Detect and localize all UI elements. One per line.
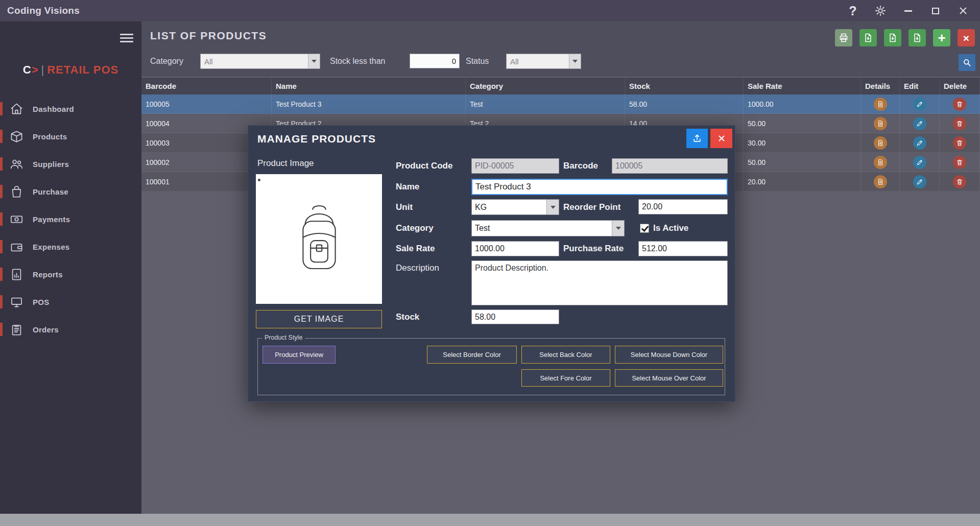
menu-toggle-icon[interactable] <box>120 32 133 44</box>
select-border-color-button[interactable]: Select Border Color <box>427 346 517 364</box>
people-icon <box>10 157 23 171</box>
column-header-details[interactable]: Details <box>861 78 900 94</box>
details-button[interactable] <box>874 117 887 130</box>
sidebar-item-products[interactable]: Products <box>0 123 141 150</box>
report-icon <box>10 268 23 281</box>
select-mouse-over-color-button[interactable]: Select Mouse Over Color <box>615 369 723 387</box>
purchase-rate-input[interactable] <box>638 241 728 256</box>
details-doc-icon <box>877 120 884 127</box>
sidebar-item-label: Expenses <box>33 243 69 251</box>
sidebar: C>|RETAIL POS Dashboard Products Supplie… <box>0 21 141 514</box>
reorder-point-input[interactable] <box>638 199 728 214</box>
delete-button[interactable] <box>953 136 966 150</box>
export-pdf-button[interactable] <box>909 29 926 46</box>
select-back-color-button[interactable]: Select Back Color <box>521 346 610 364</box>
edit-button[interactable] <box>913 175 926 188</box>
select-mouse-down-color-button[interactable]: Select Mouse Down Color <box>615 346 723 364</box>
details-button[interactable] <box>874 98 887 111</box>
edit-button[interactable] <box>913 98 926 111</box>
description-textarea[interactable]: Product Description. <box>471 260 728 305</box>
select-fore-color-button[interactable]: Select Fore Color <box>521 369 610 387</box>
product-style-legend: Product Style <box>262 334 305 341</box>
printer-icon <box>839 33 849 43</box>
close-list-button[interactable]: × <box>958 29 975 46</box>
image-dot <box>258 179 260 181</box>
is-active-label: Is Active <box>653 220 688 236</box>
column-header-name[interactable]: Name <box>272 78 466 94</box>
help-icon[interactable]: ? <box>839 0 867 21</box>
close-icon <box>717 134 726 143</box>
sidebar-item-expenses[interactable]: Expenses <box>0 233 141 260</box>
column-header-barcode[interactable]: Barcode <box>141 78 272 94</box>
search-button[interactable] <box>959 54 975 71</box>
export-excel-button[interactable] <box>859 29 877 46</box>
sidebar-item-label: Dashboard <box>33 105 74 113</box>
sidebar-item-purchase[interactable]: Purchase <box>0 178 141 205</box>
export-file-icon <box>888 33 898 43</box>
sidebar-item-payments[interactable]: Payments <box>0 205 141 233</box>
trash-icon <box>956 120 963 127</box>
cell-sale-rate: 50.00 <box>744 153 861 172</box>
column-header-delete[interactable]: Delete <box>940 78 980 94</box>
sidebar-item-label: Suppliers <box>33 160 69 169</box>
product-image-label: Product Image <box>257 158 314 169</box>
delete-button[interactable] <box>953 175 966 188</box>
table-row[interactable]: 100005 Test Product 3 Test 58.00 1000.00 <box>141 94 980 114</box>
settings-gear-icon[interactable] <box>867 0 894 21</box>
sidebar-item-label: Payments <box>33 215 70 224</box>
edit-button[interactable] <box>913 156 926 169</box>
app-title: Coding Visions <box>7 5 80 16</box>
status-filter-select[interactable]: All <box>506 54 581 69</box>
stock-input[interactable] <box>471 309 559 324</box>
active-indicator <box>0 295 3 308</box>
category-select[interactable]: Test <box>471 220 625 236</box>
cell-sale-rate: 1000.00 <box>744 94 861 114</box>
sidebar-item-reports[interactable]: Reports <box>0 260 141 288</box>
cell-barcode: 100005 <box>141 94 272 114</box>
product-preview-button[interactable]: Product Preview <box>262 346 336 364</box>
sale-rate-input[interactable] <box>471 241 559 256</box>
category-filter-value: All <box>201 54 308 68</box>
purchase-rate-label: Purchase Rate <box>563 241 624 256</box>
edit-button[interactable] <box>913 136 926 150</box>
add-product-button[interactable]: + <box>933 29 950 46</box>
delete-button[interactable] <box>953 156 966 169</box>
edit-button[interactable] <box>913 117 926 130</box>
details-button[interactable] <box>874 175 887 188</box>
unit-select[interactable]: KG <box>471 199 559 215</box>
dialog-close-button[interactable] <box>710 129 732 148</box>
pos-icon <box>10 295 23 309</box>
details-button[interactable] <box>874 136 887 150</box>
minimize-button[interactable] <box>894 0 922 21</box>
column-header-sale-rate[interactable]: Sale Rate <box>744 78 861 94</box>
money-icon <box>10 212 23 226</box>
get-image-button[interactable]: GET IMAGE <box>256 310 382 328</box>
active-indicator <box>0 212 3 226</box>
column-header-edit[interactable]: Edit <box>900 78 940 94</box>
details-button[interactable] <box>874 156 887 169</box>
column-header-category[interactable]: Category <box>466 78 625 94</box>
column-header-stock[interactable]: Stock <box>625 78 744 94</box>
barcode-input <box>612 158 728 174</box>
pencil-icon <box>916 159 923 166</box>
upload-button[interactable] <box>686 129 708 148</box>
delete-button[interactable] <box>953 98 966 111</box>
category-filter-select[interactable]: All <box>200 54 320 69</box>
close-window-button[interactable] <box>949 0 977 21</box>
name-input[interactable] <box>471 179 728 195</box>
is-active-checkbox[interactable] <box>640 224 649 233</box>
sidebar-item-suppliers[interactable]: Suppliers <box>0 150 141 178</box>
table-header: Barcode Name Category Stock Sale Rate De… <box>141 78 980 94</box>
stock-filter-input[interactable] <box>410 54 460 68</box>
dialog-title: MANAGE PRODUCTS <box>257 133 376 145</box>
logo-gt: > <box>32 63 39 76</box>
sidebar-item-dashboard[interactable]: Dashboard <box>0 95 141 123</box>
wallet-icon <box>10 240 23 254</box>
filter-bar: Category All Stock less than Status All <box>141 53 980 70</box>
sidebar-item-pos[interactable]: POS <box>0 288 141 316</box>
print-button[interactable] <box>835 29 852 46</box>
maximize-button[interactable] <box>922 0 949 21</box>
sidebar-item-orders[interactable]: Orders <box>0 316 141 343</box>
export-word-button[interactable] <box>884 29 901 46</box>
delete-button[interactable] <box>953 117 966 130</box>
